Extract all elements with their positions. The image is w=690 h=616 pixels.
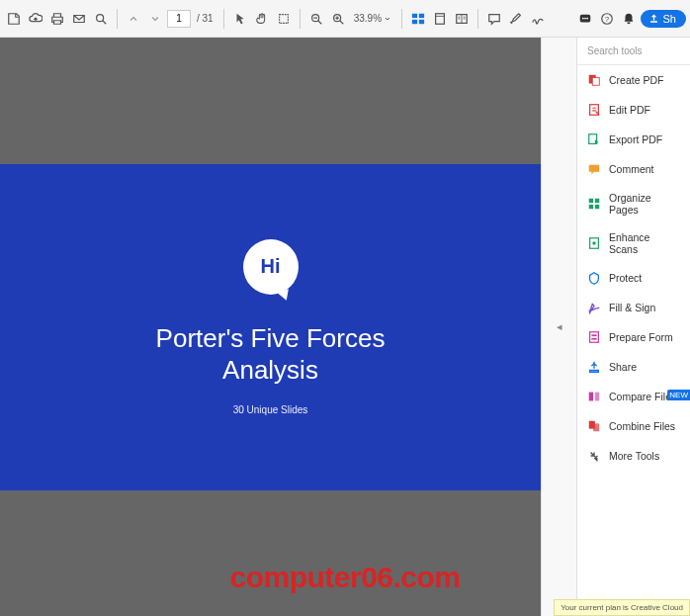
svg-rect-26 bbox=[590, 332, 599, 343]
tool-item[interactable]: Compare FilesNEW bbox=[577, 382, 690, 411]
status-bar: Your current plan is Creative Cloud bbox=[554, 599, 690, 616]
svg-rect-28 bbox=[591, 338, 596, 340]
tool-item[interactable]: Comment bbox=[577, 154, 690, 184]
tool-icon bbox=[587, 360, 601, 374]
tool-item[interactable]: Share bbox=[577, 352, 690, 382]
page-down-icon[interactable] bbox=[145, 9, 165, 29]
tool-icon bbox=[587, 132, 601, 146]
separator bbox=[300, 9, 301, 29]
svg-point-13 bbox=[586, 17, 588, 19]
cloud-upload-icon[interactable] bbox=[26, 9, 45, 29]
tools-list: Create PDFEdit PDFExport PDFCommentOrgan… bbox=[577, 65, 690, 471]
print-icon[interactable] bbox=[47, 9, 67, 29]
document-canvas[interactable]: Hi Porter's Five Forces Analysis 30 Uniq… bbox=[0, 38, 541, 616]
svg-rect-27 bbox=[591, 334, 596, 336]
share-button[interactable]: Sh bbox=[641, 10, 686, 28]
tool-label: Comment bbox=[609, 163, 654, 175]
tool-label: More Tools bbox=[609, 450, 659, 462]
tool-icon bbox=[587, 236, 601, 250]
hand-tool-icon[interactable] bbox=[252, 9, 272, 29]
slide-subtitle: 30 Unique Slides bbox=[233, 404, 308, 415]
tool-icon bbox=[587, 301, 601, 314]
svg-rect-22 bbox=[589, 205, 593, 209]
search-tools-input[interactable]: Search tools bbox=[577, 38, 690, 65]
new-badge: NEW bbox=[667, 390, 690, 400]
page-number-input[interactable] bbox=[167, 10, 191, 28]
search-icon[interactable] bbox=[91, 9, 111, 29]
tool-label: Enhance Scans bbox=[609, 231, 680, 255]
tool-icon bbox=[587, 330, 601, 344]
svg-rect-8 bbox=[436, 13, 445, 24]
tool-icon bbox=[587, 73, 601, 87]
svg-rect-1 bbox=[279, 14, 288, 23]
tool-label: Export PDF bbox=[609, 133, 662, 145]
svg-rect-5 bbox=[419, 13, 424, 17]
highlight-icon[interactable] bbox=[506, 9, 526, 29]
text-select-icon[interactable] bbox=[274, 9, 294, 29]
slide-page: Hi Porter's Five Forces Analysis 30 Uniq… bbox=[0, 164, 541, 490]
svg-rect-21 bbox=[595, 199, 599, 203]
svg-rect-7 bbox=[419, 19, 424, 23]
tool-item[interactable]: Combine Files bbox=[577, 411, 690, 441]
mail-icon[interactable] bbox=[69, 9, 89, 29]
zoom-out-icon[interactable] bbox=[306, 9, 326, 29]
collapse-handle[interactable]: ◂ bbox=[541, 38, 576, 616]
tool-icon bbox=[587, 197, 601, 211]
tool-label: Protect bbox=[609, 272, 642, 284]
separator bbox=[223, 9, 224, 29]
page-total-label: / 31 bbox=[193, 13, 217, 24]
separator bbox=[117, 9, 118, 29]
svg-rect-4 bbox=[412, 13, 417, 17]
tool-item[interactable]: Enhance Scans bbox=[577, 223, 690, 263]
tool-item[interactable]: More Tools bbox=[577, 441, 690, 471]
tool-item[interactable]: Fill & Sign bbox=[577, 293, 690, 322]
tool-icon bbox=[587, 103, 601, 117]
tool-icon bbox=[587, 271, 601, 285]
bell-icon[interactable] bbox=[619, 9, 639, 29]
svg-point-25 bbox=[592, 241, 596, 245]
speech-bubble-icon: Hi bbox=[243, 239, 299, 295]
separator bbox=[401, 9, 402, 29]
tools-panel: Search tools Create PDFEdit PDFExport PD… bbox=[576, 38, 690, 616]
save-icon[interactable] bbox=[4, 9, 24, 29]
arrow-cursor-icon[interactable] bbox=[230, 9, 250, 29]
fit-page-icon[interactable] bbox=[430, 9, 450, 29]
tool-label: Compare Files bbox=[609, 391, 676, 402]
read-mode-icon[interactable] bbox=[452, 9, 472, 29]
svg-rect-6 bbox=[412, 19, 417, 23]
slide-title: Porter's Five Forces Analysis bbox=[156, 322, 386, 387]
main-toolbar: / 31 33.9% ? Sh bbox=[0, 0, 690, 38]
comment-icon[interactable] bbox=[484, 9, 504, 29]
tool-icon bbox=[587, 419, 601, 433]
tool-label: Combine Files bbox=[609, 420, 675, 432]
tool-item[interactable]: Export PDF bbox=[577, 125, 690, 154]
separator bbox=[477, 9, 478, 29]
page-up-icon[interactable] bbox=[124, 9, 143, 29]
fit-width-icon[interactable] bbox=[408, 9, 428, 29]
svg-rect-29 bbox=[589, 393, 593, 401]
signature-icon[interactable] bbox=[528, 9, 548, 29]
tool-label: Share bbox=[609, 361, 637, 373]
tool-label: Create PDF bbox=[609, 74, 663, 86]
svg-rect-23 bbox=[595, 205, 599, 209]
tool-item[interactable]: Prepare Form bbox=[577, 322, 690, 352]
tool-item[interactable]: Organize Pages bbox=[577, 184, 690, 223]
tool-icon bbox=[587, 449, 601, 463]
tool-icon bbox=[587, 390, 601, 403]
svg-text:?: ? bbox=[604, 14, 609, 23]
svg-rect-17 bbox=[592, 77, 599, 85]
svg-point-0 bbox=[97, 14, 104, 21]
tool-label: Fill & Sign bbox=[609, 302, 655, 313]
tool-label: Prepare Form bbox=[609, 331, 673, 343]
zoom-in-icon[interactable] bbox=[328, 9, 348, 29]
tool-item[interactable]: Edit PDF bbox=[577, 95, 690, 125]
tool-item[interactable]: Create PDF bbox=[577, 65, 690, 95]
help-icon[interactable]: ? bbox=[597, 9, 617, 29]
tool-label: Edit PDF bbox=[609, 104, 650, 116]
main-area: Hi Porter's Five Forces Analysis 30 Uniq… bbox=[0, 38, 690, 616]
svg-point-12 bbox=[584, 17, 586, 19]
chat-icon[interactable] bbox=[575, 9, 595, 29]
zoom-level[interactable]: 33.9% bbox=[350, 13, 395, 24]
svg-rect-32 bbox=[593, 423, 599, 431]
tool-item[interactable]: Protect bbox=[577, 263, 690, 293]
